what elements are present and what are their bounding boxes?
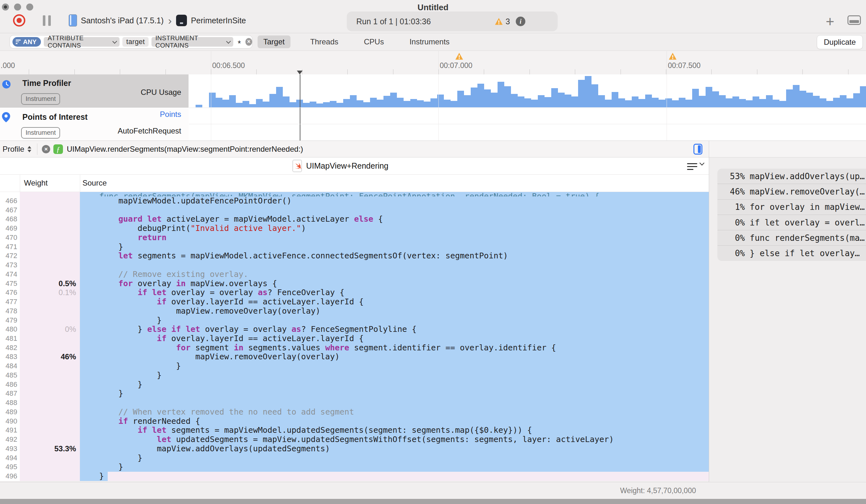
source-line-468[interactable]: 468 guard let activeLayer = mapViewModel… bbox=[0, 215, 709, 224]
column-source[interactable]: Source bbox=[82, 179, 107, 188]
source-line-473[interactable]: 473 bbox=[0, 261, 709, 270]
source-line-491[interactable]: 491 if let segments = mapViewModel.updat… bbox=[0, 426, 709, 435]
device-name[interactable]: Santosh's iPad (17.5.1) bbox=[81, 16, 164, 25]
heaviest-stack-row[interactable]: 0%if let overlay = overl… bbox=[718, 215, 866, 230]
ruler-tick bbox=[711, 69, 712, 75]
line-number: 493 bbox=[0, 444, 20, 453]
toggle-bottom-panel-icon[interactable] bbox=[847, 15, 861, 25]
filter-token-field[interactable]: ANY ATTRIBUTE CONTAINS target INSTRUMENT… bbox=[10, 35, 253, 48]
source-line-partial[interactable]: func renderSegments(mapView: MKMapView, … bbox=[0, 192, 709, 197]
source-line-483[interactable]: 48346% mapView.removeOverlay(overlay) bbox=[0, 352, 709, 361]
column-weight[interactable]: Weight bbox=[24, 179, 48, 188]
source-line-485[interactable]: 485 } bbox=[0, 371, 709, 380]
line-weight bbox=[20, 251, 80, 261]
source-line-490[interactable]: 490 if renderNeeded { bbox=[0, 417, 709, 426]
source-line-475[interactable]: 4750.5% for overlay in mapView.overlays … bbox=[0, 279, 709, 288]
playhead-marker[interactable] bbox=[297, 70, 303, 75]
tab-target[interactable]: Target bbox=[257, 35, 290, 48]
line-weight bbox=[20, 224, 80, 233]
track-plot-area[interactable] bbox=[189, 75, 866, 141]
timeline-ruler[interactable]: .00000:06.50000:07.00000:07.500 bbox=[0, 51, 866, 75]
filter-attribute-value[interactable]: target bbox=[122, 37, 148, 47]
cpu-usage-bar bbox=[491, 93, 498, 107]
cpu-usage-bar bbox=[431, 98, 437, 107]
cpu-usage-bar bbox=[591, 84, 598, 107]
source-line-487[interactable]: 487 } bbox=[0, 389, 709, 398]
source-line-474[interactable]: 474 // Remove existing overlay. bbox=[0, 270, 709, 279]
info-icon[interactable]: i bbox=[516, 16, 525, 26]
cpu-usage-bar bbox=[578, 80, 585, 107]
tab-instruments[interactable]: Instruments bbox=[403, 35, 455, 48]
toggle-right-sidebar-icon[interactable] bbox=[693, 144, 702, 155]
line-code: return bbox=[80, 233, 709, 243]
source-line-470[interactable]: 470 return bbox=[0, 233, 709, 243]
clear-filter-icon[interactable]: × bbox=[245, 38, 252, 46]
track-points-of-interest[interactable]: Points of Interest Instrument Points Aut… bbox=[0, 108, 189, 141]
track-time-profiler[interactable]: Time Profiler Instrument CPU Usage bbox=[0, 75, 189, 108]
source-line-471[interactable]: 471 } bbox=[0, 243, 709, 252]
heaviest-stack-row[interactable]: 0%} else if let overlay… bbox=[718, 245, 866, 261]
source-line-492[interactable]: 492 let updatedSegments = mapView.update… bbox=[0, 435, 709, 444]
source-line-484[interactable]: 484 } bbox=[0, 361, 709, 371]
filter-instrument-pill[interactable]: INSTRUMENT CONTAINS bbox=[152, 37, 233, 47]
record-button-icon[interactable] bbox=[13, 14, 25, 27]
heaviest-stack-row[interactable]: 1%for overlay in mapView… bbox=[718, 199, 866, 215]
source-line-478[interactable]: 478 mapView.removeOverlay(overlay) bbox=[0, 306, 709, 316]
source-line-472[interactable]: 472 let segments = mapViewModel.activeFe… bbox=[0, 251, 709, 261]
source-line-477[interactable]: 477 if overlay.layerId == activeLayer.la… bbox=[0, 298, 709, 306]
view-options-icon[interactable] bbox=[687, 161, 699, 172]
add-instrument-button[interactable]: + bbox=[826, 13, 834, 30]
filter-any-pill[interactable]: ANY bbox=[12, 37, 41, 47]
line-code: } else if let overlay = overlay as? Fenc… bbox=[80, 325, 709, 334]
ruler-tick bbox=[393, 69, 393, 75]
filter-instrument-value[interactable]: * bbox=[238, 38, 241, 48]
detail-view-selector[interactable]: Profile bbox=[2, 145, 31, 154]
source-line-479[interactable]: 479 } bbox=[0, 316, 709, 325]
heaviest-stack-row[interactable]: 46%mapView.removeOverlay(… bbox=[718, 184, 866, 199]
source-line-494[interactable]: 494 } bbox=[0, 453, 709, 463]
source-line-495[interactable]: 495 } bbox=[0, 462, 709, 472]
source-line-493[interactable]: 49353.3% mapView.addOverlays(updatedSegm… bbox=[0, 444, 709, 453]
cpu-usage-bar bbox=[444, 100, 451, 107]
source-line-489[interactable]: 489 // When vertex removed the no need t… bbox=[0, 407, 709, 417]
filter-attribute-pill[interactable]: ATTRIBUTE CONTAINS bbox=[44, 37, 120, 47]
cpu-usage-bar bbox=[585, 76, 591, 107]
cpu-usage-bar bbox=[397, 98, 403, 107]
line-weight: 46% bbox=[20, 352, 80, 361]
ruler-tick bbox=[347, 69, 348, 75]
cpu-usage-bar bbox=[686, 100, 692, 107]
cpu-usage-bar bbox=[417, 100, 424, 107]
heaviest-stack-row[interactable]: 0%func renderSegments(ma… bbox=[718, 230, 866, 245]
source-line-488[interactable]: 488 bbox=[0, 398, 709, 407]
pause-button[interactable] bbox=[43, 15, 51, 26]
timeline-warning-icon[interactable] bbox=[668, 52, 677, 61]
source-line-482[interactable]: 482 for segment in segments.values where… bbox=[0, 343, 709, 352]
source-line-486[interactable]: 486 } bbox=[0, 380, 709, 389]
tab-threads[interactable]: Threads bbox=[304, 35, 344, 48]
source-line-496[interactable]: 496 } bbox=[0, 472, 709, 481]
duplicate-button[interactable]: Duplicate bbox=[817, 35, 863, 49]
run-warnings[interactable]: 3 bbox=[495, 17, 510, 26]
source-code-view[interactable]: func renderSegments(mapView: MKMapView, … bbox=[0, 192, 709, 481]
cpu-usage-bar bbox=[236, 103, 243, 107]
cpu-usage-bar bbox=[632, 97, 639, 107]
source-line-481[interactable]: 481 if overlay.layerId == activeLayer.la… bbox=[0, 334, 709, 343]
heaviest-stack-row[interactable]: 53%mapView.addOverlays(up… bbox=[718, 169, 866, 184]
source-line-476[interactable]: 4760.1% if let overlay = overlay as? Fen… bbox=[0, 288, 709, 298]
tab-cpus[interactable]: CPUs bbox=[358, 35, 390, 48]
cpu-usage-bar bbox=[820, 98, 826, 107]
source-line-466[interactable]: 466 mapViewModel.updateFencePointOrder() bbox=[0, 197, 709, 206]
run-status-pill[interactable]: Run 1 of 1 | 01:03:36 3 i bbox=[347, 11, 558, 31]
source-line-467[interactable]: 467 bbox=[0, 206, 709, 215]
lane-label-points[interactable]: Points bbox=[160, 110, 181, 119]
app-name[interactable]: PerimeterInSite bbox=[191, 16, 246, 25]
timeline-warning-icon[interactable] bbox=[455, 52, 463, 61]
window-title: Untitled bbox=[0, 2, 866, 12]
source-line-469[interactable]: 469 debugPrint("Invalid active layer.") bbox=[0, 224, 709, 233]
ruler-tick bbox=[666, 69, 666, 75]
cpu-usage-bar bbox=[276, 87, 283, 107]
source-column-header: Weight Source bbox=[0, 175, 709, 192]
source-line-480[interactable]: 4800% } else if let overlay = overlay as… bbox=[0, 325, 709, 334]
stack-row-percent: 46% bbox=[718, 187, 745, 197]
close-symbol-icon[interactable]: × bbox=[42, 145, 50, 153]
